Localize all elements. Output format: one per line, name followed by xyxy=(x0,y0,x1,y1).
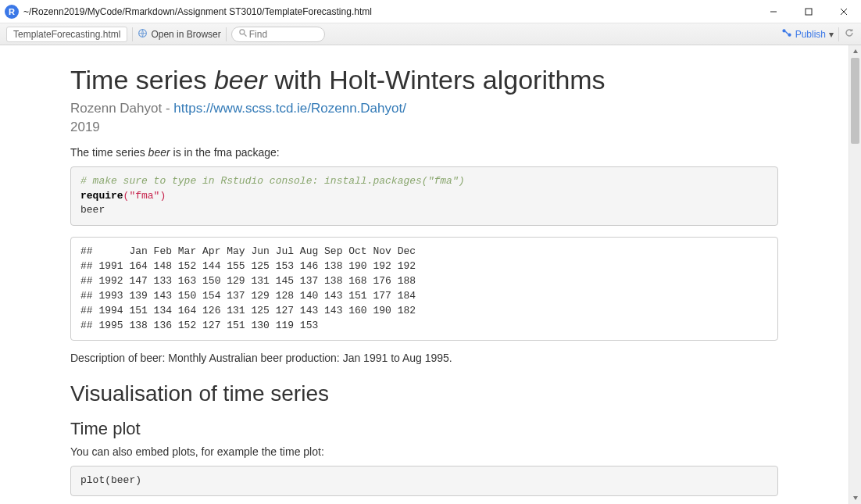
file-tab[interactable]: TemplateForecasting.html xyxy=(6,27,127,42)
minimize-button[interactable] xyxy=(756,0,791,23)
refresh-button[interactable] xyxy=(844,27,855,41)
scroll-up-arrow[interactable] xyxy=(849,45,861,58)
maximize-button[interactable] xyxy=(791,0,826,23)
publish-label: Publish xyxy=(795,29,826,40)
description-paragraph: Description of beer: Monthly Australian … xyxy=(70,352,778,364)
page-title: Time series beer with Holt-Winters algor… xyxy=(70,64,778,96)
svg-point-5 xyxy=(240,30,245,34)
title-text: with Holt-Winters algorithms xyxy=(267,65,606,95)
code-comment: # make sure to type in Rstudio console: … xyxy=(80,175,464,187)
r-code-block: # make sure to type in Rstudio console: … xyxy=(70,166,778,227)
window-title-path: ~/Rozenn2019/MyCode/Rmarkdown/Assignment… xyxy=(23,6,756,17)
subsection-heading: Time plot xyxy=(70,419,778,439)
titlebar: R ~/Rozenn2019/MyCode/Rmarkdown/Assignme… xyxy=(0,0,861,23)
open-in-browser-button[interactable]: Open in Browser xyxy=(138,28,220,41)
text-emphasis: beer xyxy=(148,146,170,159)
intro-paragraph: The time series beer is in the fma packa… xyxy=(70,146,778,159)
r-code-block: plot(beer) xyxy=(70,466,778,496)
code-line: beer xyxy=(80,204,105,216)
code-line: plot(beer) xyxy=(80,474,141,486)
text: is in the fma package: xyxy=(170,146,280,159)
svg-rect-1 xyxy=(806,9,812,15)
vertical-scrollbar[interactable] xyxy=(848,45,861,504)
svg-line-6 xyxy=(244,34,246,37)
title-text: Time series xyxy=(70,65,214,95)
publish-icon xyxy=(781,27,792,41)
code-string: ("fma") xyxy=(123,190,166,202)
separator xyxy=(132,27,133,41)
publish-button[interactable]: Publish ▾ xyxy=(781,27,834,41)
rstudio-app-icon: R xyxy=(5,5,19,19)
viewer-toolbar: TemplateForecasting.html Open in Browser… xyxy=(0,23,861,45)
r-output-block: ## Jan Feb Mar Apr May Jun Jul Aug Sep O… xyxy=(70,237,778,341)
window-controls xyxy=(756,0,861,23)
viewer-pane: Time series beer with Holt-Winters algor… xyxy=(0,45,861,504)
search-icon xyxy=(238,28,248,40)
browser-icon xyxy=(138,28,148,41)
find-text-field[interactable] xyxy=(248,28,310,41)
embed-paragraph: You can also embed plots, for example th… xyxy=(70,445,778,458)
scroll-down-arrow[interactable] xyxy=(849,491,861,504)
date-line: 2019 xyxy=(70,120,778,135)
code-keyword: require xyxy=(80,190,123,202)
section-heading: Visualisation of time series xyxy=(70,381,778,406)
author-name: Rozenn Dahyot - xyxy=(70,101,173,116)
find-input[interactable] xyxy=(231,27,325,42)
close-button[interactable] xyxy=(826,0,861,23)
author-line: Rozenn Dahyot - https://www.scss.tcd.ie/… xyxy=(70,101,778,116)
separator xyxy=(838,27,839,41)
scroll-thumb[interactable] xyxy=(851,58,859,144)
author-link[interactable]: https://www.scss.tcd.ie/Rozenn.Dahyot/ xyxy=(173,101,406,116)
text: The time series xyxy=(70,146,148,159)
document-content[interactable]: Time series beer with Holt-Winters algor… xyxy=(0,45,848,504)
chevron-down-icon: ▾ xyxy=(829,29,834,40)
separator xyxy=(226,27,227,41)
open-in-browser-label: Open in Browser xyxy=(151,29,220,40)
title-emphasis: beer xyxy=(214,65,267,95)
